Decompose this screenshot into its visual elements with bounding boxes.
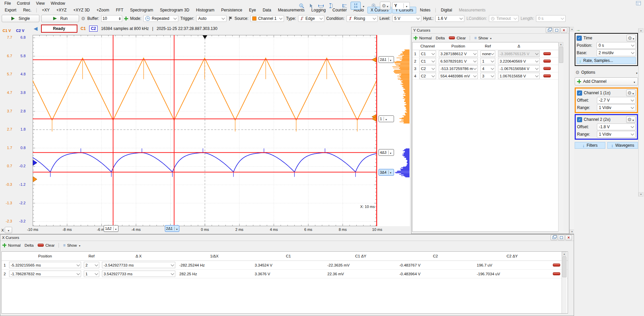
tab-measurements[interactable]: Measurements xyxy=(456,7,489,13)
channel-select[interactable]: C2 xyxy=(419,73,436,79)
time-checkbox[interactable]: ✓ xyxy=(577,36,582,41)
delta-select[interactable]: 3.220640569 V xyxy=(498,58,540,64)
clear-cursors-button[interactable]: Clear xyxy=(449,36,466,40)
run-button[interactable]: Run xyxy=(41,15,79,22)
delta-x-select[interactable]: -3.542927733 ms xyxy=(102,262,175,268)
delta-select[interactable]: 1.067615658 V xyxy=(498,73,540,79)
tab-spectrogram[interactable]: Spectrogram xyxy=(127,7,156,13)
y-cursor-button-2Δ1[interactable]: 2Δ1▼ xyxy=(379,56,394,63)
plot-settings-button[interactable]: ⚙▼ xyxy=(380,2,391,10)
y-cursor-button-3Δ4[interactable]: 3Δ4▼ xyxy=(379,169,394,176)
buffer-gear-icon[interactable]: ⚙ xyxy=(81,16,85,21)
tab-rec-[interactable]: Rec. xyxy=(20,7,35,13)
y-cursors-title-bar[interactable]: Y Cursors × xyxy=(412,27,569,34)
x-cursor-button-1Δ2[interactable]: 1Δ2▼ xyxy=(104,225,118,232)
time-base-select[interactable]: 2 ms/div xyxy=(597,49,636,56)
level-select[interactable]: 5 V xyxy=(392,15,421,22)
clear-cursors-button[interactable]: Clear xyxy=(38,243,55,247)
remove-cursor-button[interactable] xyxy=(543,74,551,77)
options-row[interactable]: ⚙ Options ▼ xyxy=(575,69,638,76)
spin-up-icon[interactable] xyxy=(119,17,121,19)
zoom-options-button[interactable] xyxy=(370,2,378,9)
channel2-gear-button[interactable]: ⚙▼ xyxy=(626,116,636,123)
delta-cursor-button[interactable]: Delta xyxy=(25,243,34,247)
view-caret-icon[interactable]: ▼ xyxy=(362,5,365,8)
channel2-range-select[interactable]: 1 V/div xyxy=(597,131,636,138)
channel1-checkbox[interactable]: ✓ xyxy=(577,91,582,96)
channel-select[interactable]: C1 xyxy=(419,58,436,64)
horizontal-measure-button[interactable] xyxy=(317,2,325,9)
add-channel-button[interactable]: Add Channel ▼ xyxy=(575,77,638,85)
condition-select[interactable]: Rising xyxy=(347,15,378,22)
menu-window[interactable]: Window xyxy=(48,0,68,7)
x-cursors-title-bar[interactable]: X Cursors × xyxy=(0,235,574,241)
tab-fft[interactable]: FFT xyxy=(113,7,126,13)
trigger-flag-icon[interactable] xyxy=(228,16,232,21)
menu-control[interactable]: Control xyxy=(14,0,33,7)
type-select[interactable]: Edge xyxy=(298,15,324,22)
length-select[interactable]: 0 s xyxy=(536,15,566,22)
remove-cursor-button[interactable] xyxy=(543,67,551,70)
vertical-measure-button[interactable] xyxy=(327,2,335,9)
tab-spectrogram-3d[interactable]: Spectrogram 3D xyxy=(157,7,192,13)
free-measure-button[interactable] xyxy=(341,2,349,9)
rate-samples-button[interactable]: ↓ Rate, Samples... xyxy=(577,57,636,64)
lcondition-select[interactable]: Timeout xyxy=(489,15,518,22)
channel1-gear-button[interactable]: ⚙▼ xyxy=(626,90,636,96)
show-menu-button[interactable]: ≡Show▼ xyxy=(63,243,81,248)
scope-plot[interactable] xyxy=(33,35,377,226)
remove-cursor-button[interactable] xyxy=(543,52,551,55)
x-cursor-button-2Δ1[interactable]: 2Δ1▼ xyxy=(165,225,180,232)
back-arrow-icon[interactable]: ◀ xyxy=(34,26,38,32)
tab-eye[interactable]: Eye xyxy=(246,7,259,13)
quad-view-button[interactable]: 1 2 3 4 xyxy=(351,2,361,10)
dock-scrollbar[interactable]: ▲ ▼ xyxy=(569,27,574,234)
position-select[interactable]: -5.329215565 ms xyxy=(9,262,81,268)
position-select[interactable]: -513.167259786 m xyxy=(439,65,478,72)
ref-select[interactable]: 1 xyxy=(84,271,99,277)
tab-digital[interactable]: Digital xyxy=(438,7,455,13)
ref-select[interactable]: none xyxy=(480,50,495,57)
tab--xy[interactable]: +XY xyxy=(39,7,52,13)
x-table-scrollbar[interactable]: ▲ xyxy=(562,252,567,313)
single-button[interactable]: Single xyxy=(2,15,39,22)
channel-select[interactable]: C2 xyxy=(419,65,436,72)
delta-select[interactable]: -1.0676156584 V xyxy=(498,65,540,72)
tab--zoom[interactable]: +Zoom xyxy=(94,7,112,13)
y-cursor-button-4Δ3[interactable]: 4Δ3▼ xyxy=(379,149,394,156)
time-position-select[interactable]: 0 s xyxy=(597,42,636,49)
tab--xyz-3d[interactable]: +XYZ 3D xyxy=(70,7,93,13)
ref-select[interactable]: 1 xyxy=(480,58,495,64)
settings-scrollbar[interactable]: ▲▼ xyxy=(638,28,643,197)
y-scale-select[interactable]: Y ▼ xyxy=(392,2,410,9)
mode-select[interactable]: N Repeated xyxy=(143,15,178,22)
remove-cursor-button[interactable] xyxy=(543,60,551,63)
close-button[interactable]: × xyxy=(565,235,572,240)
normal-cursor-button[interactable]: Normal xyxy=(414,36,432,40)
channel2-badge[interactable]: C2 xyxy=(89,26,98,32)
show-menu-button[interactable]: ≡Show▼ xyxy=(474,36,492,40)
trigger-select[interactable]: Auto xyxy=(196,15,226,22)
channel2-offset-select[interactable]: -1.8 V xyxy=(597,124,636,130)
source-select[interactable]: Channel 1 xyxy=(250,15,284,22)
y-table-scrollbar[interactable]: ▲ xyxy=(558,42,563,232)
tab-export[interactable]: Export xyxy=(2,7,20,13)
restore-button[interactable] xyxy=(550,235,557,240)
channel2-checkbox[interactable]: ✓ xyxy=(577,117,582,122)
tab-histogram[interactable]: Histogram xyxy=(193,7,218,13)
tab--xyz[interactable]: +XYZ xyxy=(53,7,69,13)
remove-cursor-button[interactable] xyxy=(553,264,560,267)
position-select[interactable]: -1.786287832 ms xyxy=(9,271,81,277)
delta-select[interactable]: -3.3985765125 V xyxy=(498,50,540,57)
buffer-spinner[interactable]: 10 xyxy=(101,15,122,22)
ref-select[interactable]: 3 xyxy=(480,73,495,79)
menu-view[interactable]: View xyxy=(33,0,48,7)
tab-persistence[interactable]: Persistence xyxy=(218,7,245,13)
wavegens-button[interactable]: ↕Wavegens xyxy=(607,142,638,149)
position-select[interactable]: 6.507829181 V xyxy=(439,58,478,64)
maximize-button[interactable] xyxy=(553,28,560,33)
expand-arrow-icon[interactable]: → xyxy=(576,27,580,32)
add-mode-icon[interactable] xyxy=(124,16,128,21)
delta-x-select[interactable]: 3.542927733 ms xyxy=(102,271,175,277)
position-select[interactable]: 3.287188612 V xyxy=(439,50,478,57)
